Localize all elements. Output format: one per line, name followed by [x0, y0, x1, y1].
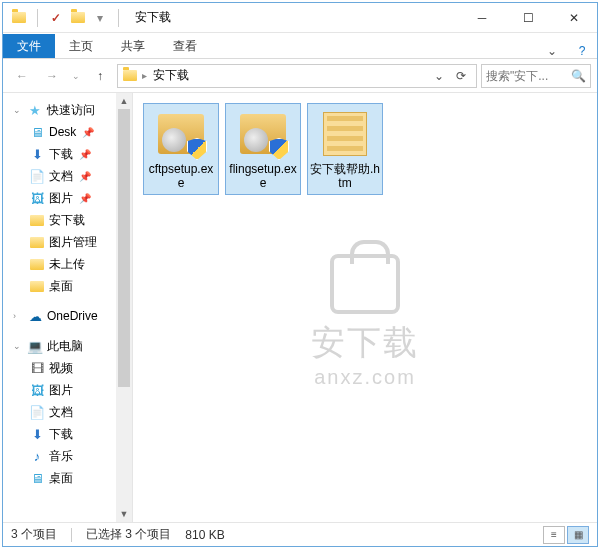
video-icon: 🎞: [29, 360, 45, 376]
sidebar-item-folder[interactable]: 桌面: [3, 275, 132, 297]
up-button[interactable]: ↑: [87, 63, 113, 89]
scrollbar-thumb[interactable]: [118, 109, 130, 387]
tab-view[interactable]: 查看: [159, 34, 211, 58]
details-view-button[interactable]: ≡: [543, 526, 565, 544]
sidebar-scrollbar[interactable]: ▲ ▼: [116, 93, 132, 522]
minimize-button[interactable]: ─: [459, 3, 505, 33]
file-name-label: flingsetup.exe: [228, 162, 298, 190]
tab-home[interactable]: 主页: [55, 34, 107, 58]
onedrive-node[interactable]: ›☁OneDrive: [3, 305, 132, 327]
sidebar-item-desktop[interactable]: 🖥桌面: [3, 467, 132, 489]
sidebar-item-downloads[interactable]: ⬇下载📌: [3, 143, 132, 165]
sidebar-item-folder[interactable]: 图片管理: [3, 231, 132, 253]
exe-icon: [237, 108, 289, 160]
folder-icon: [29, 212, 45, 228]
breadcrumb[interactable]: 安下载: [151, 67, 191, 84]
sidebar-item-documents[interactable]: 📄文档: [3, 401, 132, 423]
pin-icon: 📌: [82, 127, 94, 138]
status-bar: 3 个项目 已选择 3 个项目 810 KB ≡ ▦: [3, 522, 597, 546]
search-icon[interactable]: 🔍: [571, 69, 586, 83]
sidebar-item-pictures[interactable]: 🖼图片: [3, 379, 132, 401]
sidebar-item-folder[interactable]: 安下载: [3, 209, 132, 231]
folder-icon: [29, 234, 45, 250]
navigation-row: ← → ⌄ ↑ ▸ 安下载 ⌄ ⟳ 🔍: [3, 59, 597, 93]
qat-dropdown-icon[interactable]: ▾: [92, 10, 108, 26]
shield-icon: [187, 138, 207, 160]
navigation-pane: ⌄ ★ 快速访问 🖥Desk📌 ⬇下载📌 📄文档📌 🖼图片📌 安下载 图片管理 …: [3, 93, 133, 522]
star-icon: ★: [27, 102, 43, 118]
file-item[interactable]: cftpsetup.exe: [143, 103, 219, 195]
chevron-right-icon[interactable]: ▸: [142, 70, 147, 81]
address-bar[interactable]: ▸ 安下载 ⌄ ⟳: [117, 64, 477, 88]
quick-access-node[interactable]: ⌄ ★ 快速访问: [3, 99, 132, 121]
quick-access-toolbar: ✓ ▾: [3, 9, 131, 27]
sidebar-item-folder[interactable]: 未上传: [3, 253, 132, 275]
onedrive-icon: ☁: [27, 308, 43, 324]
exe-icon: [155, 108, 207, 160]
scroll-up-icon[interactable]: ▲: [116, 93, 132, 109]
sidebar-item-music[interactable]: ♪音乐: [3, 445, 132, 467]
download-icon: ⬇: [29, 426, 45, 442]
sidebar-item-desktop[interactable]: 🖥Desk📌: [3, 121, 132, 143]
document-icon: 📄: [29, 168, 45, 184]
pc-icon: 💻: [27, 338, 43, 354]
sidebar-item-downloads[interactable]: ⬇下载: [3, 423, 132, 445]
selection-count: 已选择 3 个项目: [86, 526, 171, 543]
address-dropdown-icon[interactable]: ⌄: [428, 65, 450, 87]
pin-icon: 📌: [79, 149, 91, 160]
selection-size: 810 KB: [185, 528, 224, 542]
sidebar-item-pictures[interactable]: 🖼图片📌: [3, 187, 132, 209]
pin-icon: 📌: [79, 193, 91, 204]
folder-icon: [122, 68, 138, 84]
file-name-label: 安下载帮助.htm: [310, 162, 380, 190]
sidebar-item-documents[interactable]: 📄文档📌: [3, 165, 132, 187]
sidebar-item-label: 快速访问: [47, 102, 95, 119]
caret-down-icon[interactable]: ⌄: [13, 105, 23, 115]
file-list-pane[interactable]: cftpsetup.exe flingsetup.exe 安下载帮助.htm 安…: [133, 93, 597, 522]
file-tab[interactable]: 文件: [3, 34, 55, 58]
download-icon: ⬇: [29, 146, 45, 162]
icons-view-button[interactable]: ▦: [567, 526, 589, 544]
desktop-icon: 🖥: [29, 470, 45, 486]
folder-icon: [29, 256, 45, 272]
title-bar: ✓ ▾ 安下载 ─ ☐ ✕: [3, 3, 597, 33]
refresh-icon[interactable]: ⟳: [450, 65, 472, 87]
file-item[interactable]: flingsetup.exe: [225, 103, 301, 195]
watermark: 安下载 anxz.com: [311, 254, 419, 389]
document-icon: 📄: [29, 404, 45, 420]
pin-icon: 📌: [79, 171, 91, 182]
search-box[interactable]: 🔍: [481, 64, 591, 88]
scroll-down-icon[interactable]: ▼: [116, 506, 132, 522]
search-input[interactable]: [486, 69, 567, 83]
ribbon-expand-icon[interactable]: ⌄: [537, 44, 567, 58]
app-folder-icon: [11, 10, 27, 26]
htm-icon: [319, 108, 371, 160]
forward-button[interactable]: →: [39, 63, 65, 89]
this-pc-node[interactable]: ⌄💻此电脑: [3, 335, 132, 357]
qat-new-folder-icon[interactable]: [70, 10, 86, 26]
maximize-button[interactable]: ☐: [505, 3, 551, 33]
file-name-label: cftpsetup.exe: [146, 162, 216, 190]
back-button[interactable]: ←: [9, 63, 35, 89]
tab-share[interactable]: 共享: [107, 34, 159, 58]
item-count: 3 个项目: [11, 526, 57, 543]
folder-icon: [29, 278, 45, 294]
desktop-icon: 🖥: [29, 124, 45, 140]
file-item[interactable]: 安下载帮助.htm: [307, 103, 383, 195]
pictures-icon: 🖼: [29, 382, 45, 398]
qat-properties-icon[interactable]: ✓: [48, 10, 64, 26]
recent-dropdown-icon[interactable]: ⌄: [69, 63, 83, 89]
window-title: 安下载: [135, 9, 171, 26]
close-button[interactable]: ✕: [551, 3, 597, 33]
caret-down-icon[interactable]: ⌄: [13, 341, 23, 351]
music-icon: ♪: [29, 448, 45, 464]
ribbon-tabs: 文件 主页 共享 查看 ⌄ ?: [3, 33, 597, 59]
caret-right-icon[interactable]: ›: [13, 311, 23, 321]
pictures-icon: 🖼: [29, 190, 45, 206]
shield-icon: [269, 138, 289, 160]
help-icon[interactable]: ?: [567, 44, 597, 58]
sidebar-item-videos[interactable]: 🎞视频: [3, 357, 132, 379]
